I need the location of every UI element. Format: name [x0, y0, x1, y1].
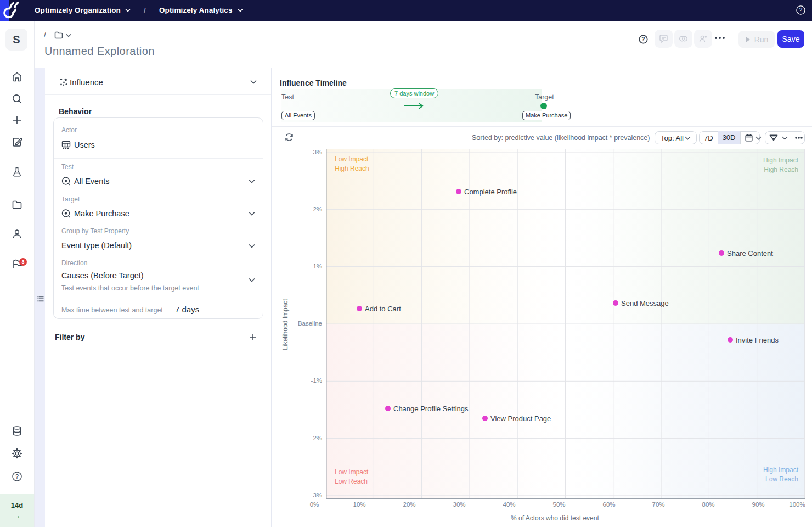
svg-text:High Impact: High Impact: [763, 156, 799, 164]
svg-text:Low Impact: Low Impact: [335, 468, 369, 476]
svg-text:High Reach: High Reach: [764, 166, 798, 173]
svg-text:Change Profile Settings: Change Profile Settings: [393, 405, 469, 413]
svg-text:Complete Profile: Complete Profile: [464, 188, 517, 196]
svg-text:Share Content: Share Content: [727, 249, 773, 257]
svg-text:Low Impact: Low Impact: [335, 155, 369, 163]
svg-text:Add to Cart: Add to Cart: [365, 305, 401, 313]
svg-text:View Product Page: View Product Page: [490, 414, 551, 423]
svg-text:High Reach: High Reach: [335, 165, 369, 172]
svg-text:?: ?: [799, 7, 803, 13]
svg-text:Low Reach: Low Reach: [765, 475, 798, 483]
svg-text:Send Message: Send Message: [621, 299, 669, 307]
svg-text:?: ?: [641, 36, 645, 42]
svg-text:Invite Friends: Invite Friends: [736, 336, 779, 344]
svg-text:?: ?: [15, 473, 19, 480]
svg-text:Low Reach: Low Reach: [335, 478, 368, 485]
svg-text:High Impact: High Impact: [763, 466, 799, 474]
